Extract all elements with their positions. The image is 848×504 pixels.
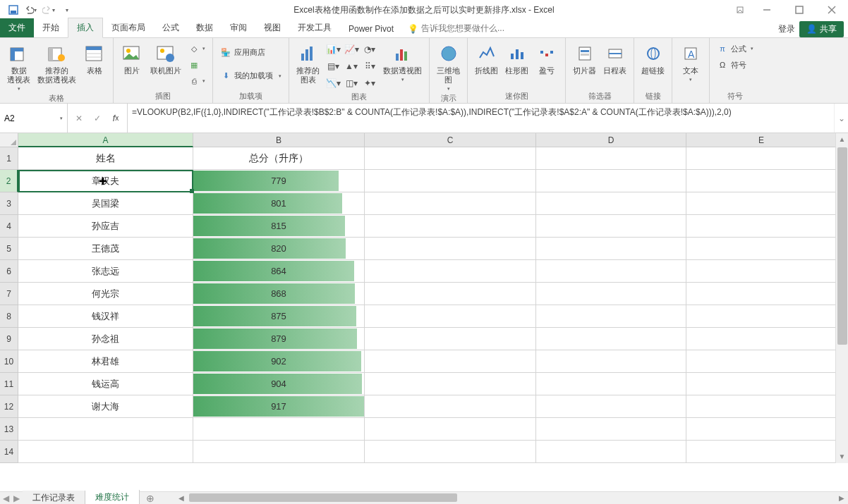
sheet-nav-buttons[interactable]: ◀▶	[0, 492, 23, 504]
sheet-tab-1[interactable]: 工作记录表	[23, 491, 85, 504]
maximize-button[interactable]	[783, 0, 816, 20]
cell[interactable]: 章汉夫	[18, 170, 193, 192]
cell[interactable]: 864	[193, 260, 365, 283]
cell[interactable]: 林君雄	[18, 350, 193, 373]
cell[interactable]	[536, 350, 686, 373]
cell[interactable]	[536, 441, 686, 463]
name-box-input[interactable]	[4, 113, 47, 123]
chart-surface-button[interactable]: ◫▾	[342, 75, 361, 92]
cell[interactable]	[686, 373, 837, 395]
cell[interactable]	[686, 260, 837, 283]
slicer-button[interactable]: 切片器	[570, 41, 599, 77]
textbox-button[interactable]: A文本▾	[677, 41, 705, 84]
timeline-button[interactable]: 日程表	[600, 41, 629, 77]
cell[interactable]: 902	[193, 350, 365, 373]
save-button[interactable]	[6, 2, 21, 18]
cell[interactable]	[365, 260, 536, 283]
vertical-scrollbar[interactable]: ▲ ▼	[835, 133, 848, 463]
cell[interactable]: 801	[193, 192, 365, 215]
cell[interactable]	[536, 328, 686, 350]
cell[interactable]	[365, 395, 536, 418]
row-header[interactable]: 8	[0, 305, 18, 328]
cell[interactable]	[536, 215, 686, 238]
cell[interactable]	[686, 192, 837, 215]
row-header[interactable]: 2	[0, 170, 18, 192]
scroll-thumb-v[interactable]	[837, 147, 847, 345]
cell[interactable]	[536, 238, 686, 260]
chart-radar-button[interactable]: ✦▾	[361, 75, 379, 92]
shapes-button[interactable]: ◇▾	[186, 41, 208, 56]
cell[interactable]: 钱汉祥	[18, 305, 193, 328]
col-header-C[interactable]: C	[365, 133, 536, 147]
tab-data[interactable]: 数据	[188, 18, 222, 37]
cell[interactable]	[536, 192, 686, 215]
redo-button[interactable]: ▾	[42, 2, 58, 18]
row-header[interactable]: 9	[0, 328, 18, 350]
cell[interactable]: 779	[193, 170, 365, 192]
3d-map-button[interactable]: 三维地 图▾	[434, 41, 463, 93]
online-pictures-button[interactable]: 联机图片	[147, 41, 184, 77]
cell[interactable]: 总分（升序）	[193, 147, 365, 170]
cell[interactable]: 张志远	[18, 260, 193, 283]
cell[interactable]	[365, 283, 536, 305]
recommended-pivot-button[interactable]: 推荐的 数据透视表	[35, 41, 79, 86]
recommended-charts-button[interactable]: 推荐的 图表	[293, 41, 322, 86]
formula-input[interactable]: =VLOOKUP(B2,IF({1,0},INDIRECT("工作记录表!$B$…	[128, 104, 834, 133]
row-header[interactable]: 10	[0, 350, 18, 373]
symbol-button[interactable]: Ω符号	[714, 57, 756, 73]
app-store-button[interactable]: 🏪应用商店	[217, 44, 284, 60]
qat-customize[interactable]: ▾	[61, 2, 76, 18]
chart-bar-button[interactable]: ▤▾	[324, 58, 342, 75]
smartart-button[interactable]: ▦	[186, 57, 208, 73]
chart-scatter-button[interactable]: ⠿▾	[361, 58, 379, 75]
cell[interactable]	[536, 305, 686, 328]
cell[interactable]	[365, 215, 536, 238]
row-header[interactable]: 1	[0, 147, 18, 170]
scroll-down-button[interactable]: ▼	[836, 450, 848, 463]
col-header-D[interactable]: D	[536, 133, 686, 147]
col-header-B[interactable]: B	[193, 133, 365, 147]
cell[interactable]: 904	[193, 373, 365, 395]
cell[interactable]	[536, 395, 686, 418]
cell[interactable]	[686, 170, 837, 192]
close-button[interactable]	[816, 0, 848, 20]
cell[interactable]: 吴国梁	[18, 192, 193, 215]
tab-home[interactable]: 开始	[34, 18, 68, 37]
cell[interactable]	[686, 147, 837, 170]
col-header-A[interactable]: A	[18, 133, 193, 147]
undo-button[interactable]: ▾	[24, 2, 40, 18]
sheet-tab-2[interactable]: 难度统计	[85, 490, 140, 504]
row-header[interactable]: 5	[0, 238, 18, 260]
pictures-button[interactable]: 图片	[118, 41, 146, 77]
col-header-E[interactable]: E	[686, 133, 837, 147]
pivot-table-button[interactable]: 数据 透视表▾	[4, 41, 33, 93]
scroll-right-button[interactable]: ▶	[835, 492, 848, 504]
tab-powerpivot[interactable]: Power Pivot	[340, 20, 402, 37]
row-header[interactable]: 6	[0, 260, 18, 283]
name-box[interactable]: ▾	[0, 104, 68, 133]
cell[interactable]	[686, 395, 837, 418]
tell-me[interactable]: 💡告诉我您想要做什么...	[402, 20, 510, 37]
cell[interactable]	[365, 418, 536, 441]
tab-developer[interactable]: 开发工具	[289, 18, 340, 37]
cell[interactable]: 钱运高	[18, 373, 193, 395]
row-header[interactable]: 3	[0, 192, 18, 215]
row-header[interactable]: 14	[0, 441, 18, 463]
cell[interactable]	[365, 350, 536, 373]
sparkline-line-button[interactable]: 折线图	[472, 41, 501, 77]
cell[interactable]: 孙念祖	[18, 328, 193, 350]
sparkline-column-button[interactable]: 柱形图	[502, 41, 531, 77]
cell[interactable]	[365, 441, 536, 463]
row-header[interactable]: 13	[0, 418, 18, 441]
row-header[interactable]: 4	[0, 215, 18, 238]
cell[interactable]	[536, 283, 686, 305]
tab-file[interactable]: 文件	[0, 18, 34, 37]
cell[interactable]: 917	[193, 395, 365, 418]
cell[interactable]	[536, 170, 686, 192]
table-button[interactable]: 表格	[80, 41, 109, 77]
cell[interactable]	[686, 328, 837, 350]
pivot-chart-button[interactable]: 数据透视图▾	[380, 41, 425, 84]
share-button[interactable]: 👤共享	[799, 21, 844, 37]
cell[interactable]	[686, 238, 837, 260]
cell[interactable]	[536, 418, 686, 441]
